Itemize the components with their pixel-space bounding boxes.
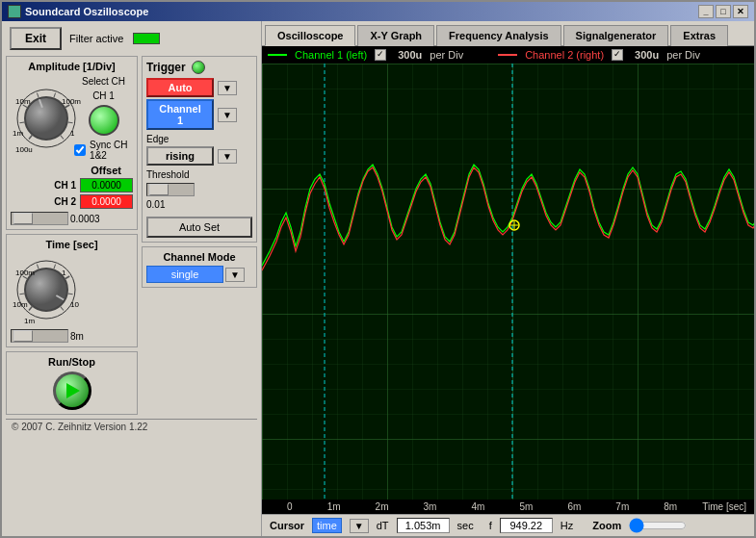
title-bar: Soundcard Oszilloscope _ □ ✕: [2, 2, 754, 21]
svg-text:1m: 1m: [24, 317, 35, 325]
x-label-2m: 2m: [376, 501, 389, 512]
channel-mode-section: Channel Mode single ▼: [142, 246, 257, 288]
ch2-offset-label: CH 2: [54, 196, 76, 207]
svg-text:10: 10: [70, 300, 79, 309]
f-label: f: [489, 520, 492, 531]
svg-line-9: [61, 135, 64, 139]
svg-rect-33: [262, 64, 754, 500]
amplitude-value: 0.0003: [70, 214, 100, 224]
threshold-track[interactable]: [146, 183, 195, 196]
ch2-line: [498, 54, 517, 56]
amplitude-title: Amplitude [1/Div]: [11, 61, 133, 72]
channel-mode-title: Channel Mode: [146, 251, 252, 263]
trigger-mode-button[interactable]: Auto: [146, 78, 214, 97]
trigger-title: Trigger: [146, 61, 186, 74]
trigger-channel-row: Channel 1 ▼: [146, 99, 252, 130]
trigger-header: Trigger: [146, 61, 252, 74]
middle-row: Amplitude [1/Div]: [6, 56, 257, 415]
maximize-button[interactable]: □: [716, 5, 731, 18]
oscilloscope-svg: [262, 64, 754, 500]
right-panel: Oscilloscope X-Y Graph Frequency Analysi…: [262, 21, 754, 536]
ch1-offset-input[interactable]: 0.0000: [80, 178, 133, 192]
title-bar-left: Soundcard Oszilloscope: [8, 5, 148, 18]
filter-led: [133, 33, 160, 44]
run-stop-button[interactable]: [53, 371, 91, 410]
svg-text:100m: 100m: [62, 97, 81, 106]
channel-mode-value[interactable]: single: [146, 266, 223, 283]
svg-line-25: [61, 307, 64, 311]
svg-text:100m: 100m: [15, 269, 35, 277]
tab-oscilloscope[interactable]: Oscilloscope: [265, 25, 355, 46]
minimize-button[interactable]: _: [698, 5, 714, 18]
x-label-4m: 4m: [471, 501, 484, 512]
time-scrollbar[interactable]: 8m: [11, 329, 133, 343]
dt-label: dT: [377, 520, 389, 531]
amplitude-scrollbar[interactable]: 0.0003: [11, 212, 133, 225]
tab-signalgenerator[interactable]: Signalgenerator: [563, 25, 669, 46]
ch2-checkbox[interactable]: [612, 49, 623, 61]
cursor-label: Cursor: [270, 520, 304, 531]
svg-text:1: 1: [62, 269, 66, 277]
run-stop-section: Run/Stop: [6, 351, 138, 415]
x-axis: 0 1m 2m 3m 4m 5m 6m 7m 8m Time [sec]: [262, 500, 754, 514]
cursor-dt-value: 1.053m: [397, 518, 450, 533]
ch2-per-div-unit: per Div: [666, 49, 700, 61]
app-icon: [8, 5, 21, 18]
offset-title: Offset: [91, 165, 121, 176]
trigger-channel-button[interactable]: Channel 1: [146, 99, 214, 130]
channel-bar: Channel 1 (left) 300u per Div Channel 2 …: [262, 45, 754, 64]
close-button[interactable]: ✕: [733, 5, 748, 18]
ch1-per-div-unit: per Div: [430, 49, 463, 61]
trigger-channel-dropdown[interactable]: ▼: [218, 108, 237, 122]
left-col1: Amplitude [1/Div]: [6, 56, 138, 415]
x-label-8m: 8m: [664, 501, 677, 512]
svg-line-3: [19, 121, 24, 122]
time-title: Time [sec]: [11, 239, 133, 250]
svg-text:100u: 100u: [15, 145, 33, 154]
trigger-mode-dropdown[interactable]: ▼: [218, 81, 237, 95]
cursor-type-dropdown-arrow[interactable]: ▼: [350, 519, 369, 533]
left-col2: Trigger Auto ▼ Channel 1 ▼ Edge: [142, 56, 257, 415]
svg-line-19: [19, 294, 24, 295]
amplitude-knob-ticks: 10m 100m 1m 1 100u: [11, 83, 83, 155]
x-label-6m: 6m: [567, 501, 581, 512]
footer: © 2007 C. Zeihnitz Version 1.22: [6, 419, 257, 434]
amplitude-scroll-track[interactable]: [11, 212, 68, 225]
amplitude-section: Amplitude [1/Div]: [6, 56, 138, 230]
left-panel: Exit Filter active Amplitude [1/Div]: [2, 21, 262, 536]
ch2-channel-label: Channel 2 (right): [525, 49, 604, 61]
cursor-type-dropdown[interactable]: time: [312, 518, 342, 533]
sync-label: Sync CH 1&2: [90, 140, 133, 161]
ch2-per-div-value: 300u: [635, 49, 659, 61]
tab-xy-graph[interactable]: X-Y Graph: [357, 25, 434, 46]
trigger-led: [192, 61, 205, 74]
tab-extras[interactable]: Extras: [670, 25, 728, 46]
channel-mode-dropdown[interactable]: ▼: [225, 268, 245, 282]
tab-frequency-analysis[interactable]: Frequency Analysis: [436, 25, 561, 46]
x-label-1m: 1m: [327, 501, 341, 512]
zoom-label: Zoom: [592, 520, 621, 531]
svg-text:10m: 10m: [13, 300, 28, 309]
threshold-thumb[interactable]: [149, 184, 169, 195]
ch2-offset-input[interactable]: 0.0000: [80, 194, 133, 209]
ch1-checkbox[interactable]: [375, 49, 386, 61]
time-knob: 100m 1 10m 10 1m: [11, 254, 83, 326]
svg-line-18: [29, 306, 33, 311]
main-window: Soundcard Oszilloscope _ □ ✕ Exit Filter…: [0, 0, 756, 538]
trigger-edge-button[interactable]: rising: [146, 146, 214, 166]
window-title: Soundcard Oszilloscope: [25, 6, 148, 17]
amplitude-scroll-thumb[interactable]: [13, 213, 33, 224]
ch1-channel-label: Channel 1 (left): [295, 49, 367, 61]
exit-button[interactable]: Exit: [10, 27, 62, 50]
select-ch-label: Select CH: [82, 76, 125, 87]
filter-label: Filter active: [69, 33, 123, 44]
threshold-scrollbar[interactable]: [146, 183, 252, 196]
time-scroll-thumb[interactable]: [13, 330, 33, 342]
x-label-3m: 3m: [424, 501, 437, 512]
time-scroll-track[interactable]: [11, 329, 68, 343]
x-label-0: 0: [287, 501, 293, 512]
zoom-slider[interactable]: [629, 518, 687, 533]
trigger-edge-dropdown[interactable]: ▼: [218, 149, 237, 164]
main-content: Exit Filter active Amplitude [1/Div]: [2, 21, 754, 536]
auto-set-button[interactable]: Auto Set: [146, 217, 252, 238]
